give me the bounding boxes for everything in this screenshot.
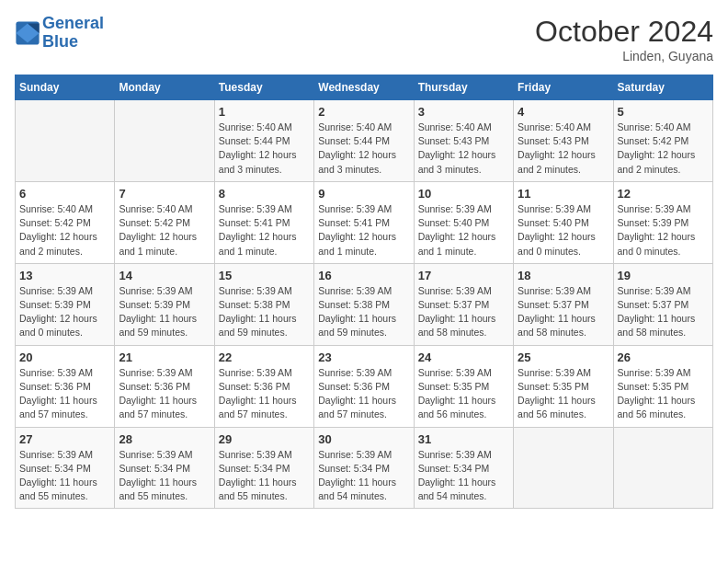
logo-text: General Blue <box>42 15 104 52</box>
calendar-cell: 29Sunrise: 5:39 AM Sunset: 5:34 PM Dayli… <box>214 427 313 509</box>
weekday-header-sunday: Sunday <box>16 75 115 100</box>
day-number: 19 <box>618 269 709 282</box>
day-number: 17 <box>418 269 509 282</box>
calendar-cell: 17Sunrise: 5:39 AM Sunset: 5:37 PM Dayli… <box>414 263 513 345</box>
day-detail: Sunrise: 5:39 AM Sunset: 5:37 PM Dayligh… <box>518 284 609 340</box>
day-detail: Sunrise: 5:40 AM Sunset: 5:42 PM Dayligh… <box>19 202 110 259</box>
weekday-header-monday: Monday <box>115 75 214 100</box>
calendar-cell: 28Sunrise: 5:39 AM Sunset: 5:34 PM Dayli… <box>115 427 214 509</box>
day-detail: Sunrise: 5:39 AM Sunset: 5:35 PM Dayligh… <box>418 366 509 422</box>
calendar-cell: 15Sunrise: 5:39 AM Sunset: 5:38 PM Dayli… <box>214 263 313 345</box>
day-number: 1 <box>219 105 310 119</box>
weekday-header-tuesday: Tuesday <box>214 75 313 100</box>
calendar-cell: 13Sunrise: 5:39 AM Sunset: 5:39 PM Dayli… <box>16 263 115 345</box>
logo-line1: General <box>42 14 104 32</box>
page-header: General Blue October 2024 Linden, Guyana <box>15 15 713 63</box>
day-detail: Sunrise: 5:39 AM Sunset: 5:39 PM Dayligh… <box>618 202 709 259</box>
day-number: 26 <box>618 350 709 364</box>
day-number: 5 <box>618 105 709 119</box>
logo-icon <box>15 20 40 46</box>
day-number: 4 <box>518 105 609 119</box>
day-detail: Sunrise: 5:40 AM Sunset: 5:43 PM Dayligh… <box>518 121 609 177</box>
calendar-cell: 2Sunrise: 5:40 AM Sunset: 5:44 PM Daylig… <box>314 100 414 182</box>
day-number: 20 <box>19 350 110 364</box>
day-detail: Sunrise: 5:39 AM Sunset: 5:38 PM Dayligh… <box>318 284 409 340</box>
day-number: 9 <box>318 187 409 201</box>
day-number: 16 <box>318 269 409 282</box>
calendar-cell <box>115 100 214 182</box>
weekday-header-wednesday: Wednesday <box>314 75 414 100</box>
calendar-cell: 3Sunrise: 5:40 AM Sunset: 5:43 PM Daylig… <box>414 100 513 182</box>
calendar-table: SundayMondayTuesdayWednesdayThursdayFrid… <box>15 75 713 509</box>
calendar-cell: 5Sunrise: 5:40 AM Sunset: 5:42 PM Daylig… <box>613 100 712 182</box>
day-detail: Sunrise: 5:39 AM Sunset: 5:36 PM Dayligh… <box>219 366 310 422</box>
day-detail: Sunrise: 5:39 AM Sunset: 5:35 PM Dayligh… <box>618 366 709 422</box>
day-detail: Sunrise: 5:39 AM Sunset: 5:35 PM Dayligh… <box>518 366 609 422</box>
weekday-header-friday: Friday <box>514 75 613 100</box>
day-detail: Sunrise: 5:40 AM Sunset: 5:44 PM Dayligh… <box>318 121 409 177</box>
calendar-cell: 26Sunrise: 5:39 AM Sunset: 5:35 PM Dayli… <box>613 345 712 427</box>
calendar-body: 1Sunrise: 5:40 AM Sunset: 5:44 PM Daylig… <box>16 100 713 509</box>
calendar-cell: 27Sunrise: 5:39 AM Sunset: 5:34 PM Dayli… <box>16 427 115 509</box>
day-detail: Sunrise: 5:39 AM Sunset: 5:36 PM Dayligh… <box>119 366 210 422</box>
calendar-cell: 23Sunrise: 5:39 AM Sunset: 5:36 PM Dayli… <box>314 345 414 427</box>
calendar-week-2: 13Sunrise: 5:39 AM Sunset: 5:39 PM Dayli… <box>16 263 713 345</box>
calendar-cell: 6Sunrise: 5:40 AM Sunset: 5:42 PM Daylig… <box>16 181 115 263</box>
day-detail: Sunrise: 5:40 AM Sunset: 5:43 PM Dayligh… <box>418 121 509 177</box>
day-number: 7 <box>119 187 210 201</box>
calendar-cell: 12Sunrise: 5:39 AM Sunset: 5:39 PM Dayli… <box>613 181 712 263</box>
calendar-cell: 9Sunrise: 5:39 AM Sunset: 5:41 PM Daylig… <box>314 181 414 263</box>
calendar-cell: 16Sunrise: 5:39 AM Sunset: 5:38 PM Dayli… <box>314 263 414 345</box>
weekday-header-saturday: Saturday <box>613 75 712 100</box>
day-detail: Sunrise: 5:40 AM Sunset: 5:42 PM Dayligh… <box>119 202 210 259</box>
calendar-week-0: 1Sunrise: 5:40 AM Sunset: 5:44 PM Daylig… <box>16 100 713 182</box>
calendar-cell: 11Sunrise: 5:39 AM Sunset: 5:40 PM Dayli… <box>514 181 613 263</box>
logo-line2: Blue <box>42 32 78 51</box>
day-detail: Sunrise: 5:39 AM Sunset: 5:34 PM Dayligh… <box>219 448 310 504</box>
day-number: 22 <box>219 350 310 364</box>
day-detail: Sunrise: 5:39 AM Sunset: 5:37 PM Dayligh… <box>418 284 509 340</box>
day-detail: Sunrise: 5:39 AM Sunset: 5:41 PM Dayligh… <box>219 202 310 259</box>
day-detail: Sunrise: 5:39 AM Sunset: 5:40 PM Dayligh… <box>518 202 609 259</box>
day-number: 30 <box>318 432 409 446</box>
calendar-week-1: 6Sunrise: 5:40 AM Sunset: 5:42 PM Daylig… <box>16 181 713 263</box>
weekday-header-row: SundayMondayTuesdayWednesdayThursdayFrid… <box>16 75 713 100</box>
calendar-week-4: 27Sunrise: 5:39 AM Sunset: 5:34 PM Dayli… <box>16 427 713 509</box>
calendar-cell: 8Sunrise: 5:39 AM Sunset: 5:41 PM Daylig… <box>214 181 313 263</box>
day-detail: Sunrise: 5:40 AM Sunset: 5:44 PM Dayligh… <box>219 121 310 177</box>
calendar-cell: 10Sunrise: 5:39 AM Sunset: 5:40 PM Dayli… <box>414 181 513 263</box>
day-detail: Sunrise: 5:39 AM Sunset: 5:37 PM Dayligh… <box>618 284 709 340</box>
day-number: 11 <box>518 187 609 201</box>
calendar-cell: 25Sunrise: 5:39 AM Sunset: 5:35 PM Dayli… <box>514 345 613 427</box>
calendar-cell: 21Sunrise: 5:39 AM Sunset: 5:36 PM Dayli… <box>115 345 214 427</box>
calendar-cell: 24Sunrise: 5:39 AM Sunset: 5:35 PM Dayli… <box>414 345 513 427</box>
day-number: 24 <box>418 350 509 364</box>
day-detail: Sunrise: 5:39 AM Sunset: 5:38 PM Dayligh… <box>219 284 310 340</box>
calendar-cell <box>514 427 613 509</box>
calendar-week-3: 20Sunrise: 5:39 AM Sunset: 5:36 PM Dayli… <box>16 345 713 427</box>
day-number: 8 <box>219 187 310 201</box>
calendar-cell: 20Sunrise: 5:39 AM Sunset: 5:36 PM Dayli… <box>16 345 115 427</box>
day-detail: Sunrise: 5:40 AM Sunset: 5:42 PM Dayligh… <box>618 121 709 177</box>
location-label: Linden, Guyana <box>535 49 713 63</box>
day-number: 28 <box>119 432 210 446</box>
day-number: 13 <box>19 269 110 282</box>
logo: General Blue <box>15 15 104 52</box>
calendar-cell: 4Sunrise: 5:40 AM Sunset: 5:43 PM Daylig… <box>514 100 613 182</box>
day-number: 18 <box>518 269 609 282</box>
calendar-cell: 1Sunrise: 5:40 AM Sunset: 5:44 PM Daylig… <box>214 100 313 182</box>
calendar-cell <box>16 100 115 182</box>
day-number: 10 <box>418 187 509 201</box>
day-number: 14 <box>119 269 210 282</box>
day-number: 21 <box>119 350 210 364</box>
day-number: 23 <box>318 350 409 364</box>
calendar-cell: 22Sunrise: 5:39 AM Sunset: 5:36 PM Dayli… <box>214 345 313 427</box>
day-detail: Sunrise: 5:39 AM Sunset: 5:40 PM Dayligh… <box>418 202 509 259</box>
title-area: October 2024 Linden, Guyana <box>535 15 713 63</box>
day-detail: Sunrise: 5:39 AM Sunset: 5:34 PM Dayligh… <box>119 448 210 504</box>
calendar-cell: 18Sunrise: 5:39 AM Sunset: 5:37 PM Dayli… <box>514 263 613 345</box>
day-detail: Sunrise: 5:39 AM Sunset: 5:39 PM Dayligh… <box>19 284 110 340</box>
weekday-header-thursday: Thursday <box>414 75 513 100</box>
calendar-cell: 7Sunrise: 5:40 AM Sunset: 5:42 PM Daylig… <box>115 181 214 263</box>
day-number: 3 <box>418 105 509 119</box>
